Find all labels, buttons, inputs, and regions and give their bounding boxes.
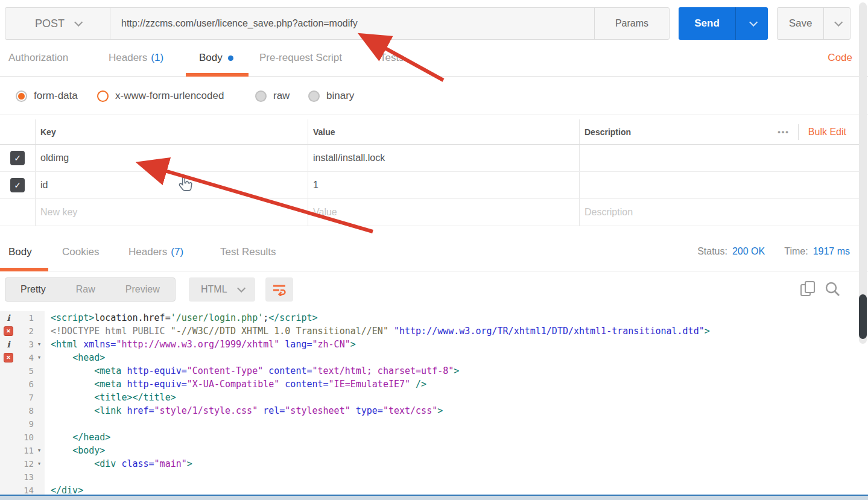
code-text[interactable] (45, 470, 51, 484)
code-line: 11▾ <body> (0, 444, 859, 457)
code-text[interactable]: <body> (45, 444, 105, 457)
new-description-input[interactable]: Description (579, 199, 860, 226)
code-text[interactable]: <link href="style/1/style.css" rel="styl… (45, 404, 443, 417)
response-tab-test-results[interactable]: Test Results (220, 234, 276, 270)
line-number: 5 (17, 364, 34, 378)
row-checkbox-checked[interactable]: ✓ (10, 178, 25, 192)
code-line: ✕4▾ <head> (0, 351, 859, 364)
response-code-editor[interactable]: i1<script>location.href='/user/login.php… (0, 311, 859, 496)
response-tab-cookies[interactable]: Cookies (62, 234, 99, 270)
marker-spacer (0, 444, 17, 457)
chevron-down-icon (834, 18, 843, 27)
code-text[interactable]: <div class="main"> (45, 457, 192, 470)
code-text[interactable]: <head> (45, 351, 105, 364)
tab-tests[interactable]: Tests (380, 40, 404, 76)
line-number: 13 (17, 470, 34, 484)
headers-count-badge: (1) (151, 52, 163, 64)
chevron-down-icon (237, 284, 246, 293)
fold-caret-icon[interactable]: ▾ (34, 351, 45, 364)
column-header-description: Description ••• Bulk Edit (579, 119, 860, 144)
fold-caret-icon[interactable]: ▾ (34, 338, 45, 351)
code-text[interactable]: <meta http-equiv="Content-Type" content=… (45, 364, 459, 378)
code-link[interactable]: Code (828, 40, 852, 76)
radio-selected-icon[interactable] (16, 90, 27, 102)
send-button[interactable]: Send (679, 7, 768, 40)
tab-headers[interactable]: Headers (1) (109, 40, 163, 76)
row-checkbox-checked[interactable]: ✓ (10, 151, 25, 165)
view-raw-button[interactable]: Raw (61, 278, 110, 301)
format-dropdown[interactable]: HTML (189, 277, 255, 302)
mode-x-www-form-urlencoded[interactable]: x-www-form-urlencoded (97, 77, 224, 115)
line-number: 10 (17, 431, 34, 444)
word-wrap-button[interactable] (265, 277, 293, 302)
line-number: 4 (17, 351, 34, 364)
marker-spacer (0, 431, 17, 444)
fold-caret-icon[interactable]: ▾ (34, 457, 45, 470)
method-dropdown[interactable]: POST (5, 8, 110, 39)
key-cell[interactable]: id (35, 172, 308, 198)
radio-icon[interactable] (308, 90, 320, 102)
key-cell[interactable]: oldimg (35, 145, 308, 171)
marker-spacer (0, 457, 17, 470)
code-lines: i1<script>location.href='/user/login.php… (0, 311, 859, 497)
params-button[interactable]: Params (594, 8, 669, 39)
fold-caret-icon (34, 404, 45, 417)
radio-icon[interactable] (255, 90, 267, 102)
response-tab-body[interactable]: Body (8, 234, 32, 270)
description-cell[interactable] (579, 172, 860, 198)
code-text[interactable]: <meta http-equiv="X-UA-Compatible" conte… (45, 378, 426, 391)
mode-raw[interactable]: raw (255, 77, 290, 115)
fold-caret-icon (34, 324, 45, 338)
fold-caret-icon (34, 417, 45, 431)
send-options-caret[interactable] (735, 7, 768, 40)
search-response-button[interactable] (823, 280, 841, 298)
code-text[interactable]: <title></title> (45, 391, 176, 404)
mode-binary[interactable]: binary (308, 77, 354, 115)
more-options-button[interactable]: ••• (769, 127, 798, 136)
fold-caret-icon[interactable]: ▾ (34, 444, 45, 457)
radio-hover-icon[interactable] (97, 90, 109, 102)
horizontal-scrollbar[interactable] (0, 495, 868, 500)
value-cell[interactable]: 1 (308, 172, 579, 198)
response-tabs: Body Cookies Headers (7) Test Results St… (0, 234, 868, 271)
new-key-input[interactable]: New key (35, 199, 308, 226)
marker-spacer (0, 417, 17, 431)
marker-spacer (0, 378, 17, 391)
view-pretty-button[interactable]: Pretty (5, 278, 61, 301)
url-input[interactable]: http://zzcms.com/user/licence_save.php?a… (110, 8, 594, 39)
new-value-input[interactable]: Value (308, 199, 579, 226)
save-options-caret[interactable] (823, 8, 850, 39)
copy-icon (799, 280, 817, 298)
bulk-edit-link[interactable]: Bulk Edit (799, 127, 860, 138)
code-text[interactable]: <html xmlns="http://www.w3.org/1999/xhtm… (45, 338, 356, 351)
url-text: http://zzcms.com/user/licence_save.php?a… (121, 18, 358, 29)
code-text[interactable]: <!DOCTYPE html PUBLIC "-//W3C//DTD XHTML… (45, 324, 710, 338)
line-number: 7 (17, 391, 34, 404)
response-tab-headers[interactable]: Headers (7) (128, 234, 183, 270)
code-text[interactable]: <script>location.href='/user/login.php';… (45, 311, 318, 324)
copy-response-button[interactable] (799, 280, 817, 298)
line-number: 6 (17, 378, 34, 391)
info-marker-icon: i (0, 338, 17, 351)
vertical-scrollbar-track[interactable] (859, 2, 867, 344)
status-label: Status: (697, 246, 727, 257)
value-cell[interactable]: install/install.lock (308, 145, 579, 171)
code-line: 5 <meta http-equiv="Content-Type" conten… (0, 364, 859, 378)
marker-spacer (0, 404, 17, 417)
code-text[interactable] (45, 417, 51, 431)
table-row: ✓ oldimg install/install.lock (0, 145, 860, 172)
code-text[interactable]: </head> (45, 431, 110, 444)
vertical-scrollbar-thumb[interactable] (859, 294, 867, 339)
time-label: Time: (784, 246, 808, 257)
tab-prerequest-script[interactable]: Pre-request Script (259, 40, 342, 76)
description-cell[interactable] (579, 145, 860, 171)
line-number: 2 (17, 324, 34, 338)
status-value: 200 OK (732, 246, 765, 257)
view-preview-button[interactable]: Preview (110, 278, 175, 301)
code-line: 12▾ <div class="main"> (0, 457, 859, 470)
tab-body[interactable]: Body (199, 40, 233, 76)
save-button[interactable]: Save (777, 7, 851, 40)
column-header-value: Value (308, 119, 579, 144)
mode-form-data[interactable]: form-data (16, 77, 78, 115)
tab-authorization[interactable]: Authorization (8, 40, 68, 76)
